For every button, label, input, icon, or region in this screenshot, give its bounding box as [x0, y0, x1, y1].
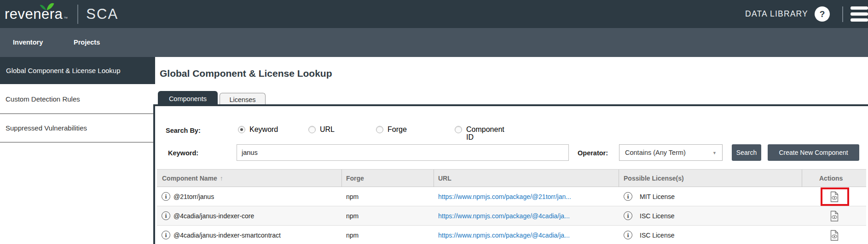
sidebar-item-label: Suppressed Vulnerabilities — [0, 114, 153, 142]
url-link[interactable]: https://www.npmjs.com/package/@4cadia/ja… — [438, 226, 570, 244]
license-cell: ISC License — [640, 226, 674, 244]
sidebar-item-global-lookup[interactable]: Global Component & License Lookup — [0, 57, 155, 84]
data-library-label: DATA LIBRARY — [745, 9, 808, 19]
component-name-cell: @21torr/janus — [174, 187, 214, 206]
revenera-logo[interactable]: revenera ™ SCA — [5, 0, 118, 28]
main-nav-bar: Inventory Projects — [0, 28, 868, 57]
info-icon[interactable]: i — [624, 231, 632, 239]
header-divider — [842, 6, 843, 22]
license-cell: MIT License — [640, 187, 675, 206]
nav-item-projects[interactable]: Projects — [74, 28, 100, 57]
operator-selected-value: Contains (Any Term) — [625, 149, 686, 156]
radio-button-selected[interactable] — [238, 126, 245, 133]
column-header-possible-licenses[interactable]: Possible License(s) — [624, 170, 684, 187]
sort-ascending-icon[interactable]: ↑ — [220, 175, 223, 182]
keyword-input[interactable] — [237, 144, 569, 161]
radio-button[interactable] — [376, 126, 383, 133]
radio-label: URL — [320, 125, 335, 134]
sidebar-item-label: Custom Detection Rules — [0, 84, 153, 114]
info-icon[interactable]: i — [162, 192, 170, 201]
operator-label: Operator: — [578, 149, 608, 157]
results-table: Component Name↑ Forge URL Possible Licen… — [157, 169, 866, 244]
tab-strip-underline — [155, 104, 868, 106]
view-associated-files-icon[interactable] — [830, 230, 839, 241]
radio-keyword[interactable]: Keyword — [238, 125, 278, 134]
forge-cell: npm — [346, 206, 359, 226]
radio-component-id[interactable]: Component ID — [455, 125, 509, 141]
column-header-forge[interactable]: Forge — [346, 170, 364, 187]
info-icon[interactable]: i — [624, 211, 632, 220]
help-icon[interactable]: ? — [815, 6, 830, 22]
page-title: Global Component & License Lookup — [160, 68, 332, 79]
forge-cell: npm — [346, 226, 359, 244]
search-by-label: Search By: — [166, 127, 201, 134]
view-associated-files-icon[interactable] — [830, 210, 839, 222]
radio-url[interactable]: URL — [308, 125, 335, 134]
keyword-label: Keyword: — [168, 149, 198, 157]
revenera-leaf-icon — [40, 3, 54, 11]
header-right-group: DATA LIBRARY ? — [745, 0, 868, 28]
info-icon[interactable]: i — [162, 231, 170, 239]
app-window: revenera ™ SCA DATA LIBRARY ? Inventory … — [0, 0, 868, 244]
sidebar-item-label: Global Component & License Lookup — [0, 57, 155, 84]
radio-label: Keyword — [249, 125, 278, 134]
nav-item-inventory[interactable]: Inventory — [13, 28, 43, 57]
table-row: i @4cadia/janus-indexer-smartcontract np… — [157, 226, 866, 244]
logo-divider — [77, 5, 78, 24]
hamburger-bar — [851, 6, 868, 10]
search-button[interactable]: Search — [732, 144, 761, 161]
hamburger-bar — [851, 18, 868, 22]
column-header-actions: Actions — [819, 170, 843, 187]
sidebar-item-suppressed-vulnerabilities[interactable]: Suppressed Vulnerabilities — [0, 114, 153, 142]
info-icon[interactable]: i — [624, 192, 632, 201]
radio-label: Component ID — [466, 125, 509, 141]
column-header-component-name[interactable]: Component Name↑ — [162, 170, 223, 187]
hamburger-menu-icon[interactable] — [851, 6, 868, 22]
column-separator — [434, 170, 434, 187]
column-header-url[interactable]: URL — [438, 170, 451, 187]
url-link[interactable]: https://www.npmjs.com/package/@4cadia/ja… — [438, 206, 570, 226]
top-header-bar: revenera ™ SCA DATA LIBRARY ? — [0, 0, 868, 28]
chevron-down-icon: ▼ — [712, 151, 717, 155]
trademark-symbol: ™ — [64, 16, 68, 21]
create-new-component-button[interactable]: Create New Component — [768, 144, 859, 161]
sidebar-item-custom-detection-rules[interactable]: Custom Detection Rules — [0, 84, 153, 114]
radio-forge[interactable]: Forge — [376, 125, 407, 134]
table-row: i @21torr/janus npm https://www.npmjs.co… — [157, 187, 866, 206]
hamburger-bar — [851, 12, 868, 16]
product-name-sca: SCA — [86, 6, 118, 23]
column-separator — [802, 170, 802, 187]
highlight-box — [821, 187, 849, 206]
radio-button[interactable] — [308, 126, 316, 133]
component-name-cell: @4cadia/janus-indexer-core — [174, 206, 254, 226]
column-header-label: Component Name — [162, 175, 217, 182]
content-left-border — [153, 104, 155, 244]
column-separator — [341, 170, 342, 187]
license-cell: ISC License — [640, 206, 674, 226]
forge-cell: npm — [346, 187, 359, 206]
info-icon[interactable]: i — [162, 211, 170, 220]
radio-label: Forge — [388, 125, 407, 134]
column-separator — [619, 170, 619, 187]
table-header-row: Component Name↑ Forge URL Possible Licen… — [157, 169, 866, 187]
table-row: i @4cadia/janus-indexer-core npm https:/… — [157, 206, 866, 226]
component-name-cell: @4cadia/janus-indexer-smartcontract — [174, 226, 281, 244]
operator-select[interactable]: Contains (Any Term) ▼ — [619, 144, 723, 161]
url-link[interactable]: https://www.npmjs.com/package/@21torr/ja… — [438, 187, 571, 206]
radio-button[interactable] — [455, 126, 462, 133]
